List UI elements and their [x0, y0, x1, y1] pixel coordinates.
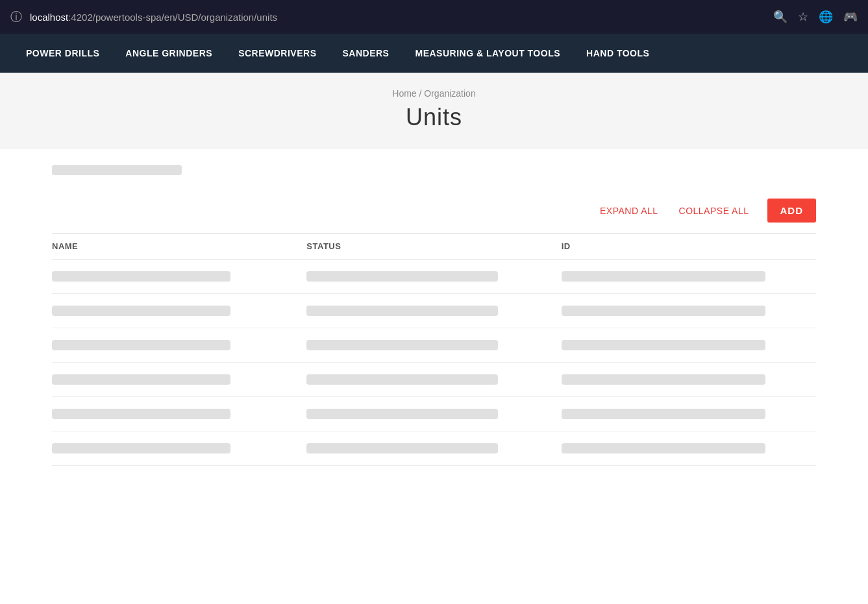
breadcrumb: Home / Organization [0, 88, 868, 99]
col-header-status: STATUS [306, 241, 561, 251]
collapse-all-button[interactable]: COLLAPSE ALL [676, 200, 752, 221]
skeleton-status [306, 443, 497, 453]
browser-icons: 🔍 ☆ 🌐 🎮 [773, 10, 858, 24]
filter-skeleton [52, 165, 182, 175]
add-button[interactable]: ADD [767, 199, 817, 223]
table-rows [52, 260, 816, 466]
table-row [52, 363, 816, 397]
skeleton-status [306, 374, 497, 385]
skeleton-name [52, 443, 230, 453]
breadcrumb-home[interactable]: Home [392, 88, 416, 99]
skeleton-name [52, 409, 230, 419]
nav-item-power-drills[interactable]: POWER DRILLS [26, 48, 99, 58]
skeleton-id [562, 409, 765, 419]
extension-icon-1: 🌐 [819, 10, 833, 24]
skeleton-status [306, 271, 497, 282]
nav-item-screwdrivers[interactable]: SCREWDRIVERS [238, 48, 316, 58]
nav-item-angle-grinders[interactable]: ANGLE GRINDERS [125, 48, 212, 58]
col-header-id: ID [562, 241, 816, 251]
table-row [52, 397, 816, 431]
skeleton-id [562, 340, 765, 350]
skeleton-status [306, 409, 497, 419]
page-header: Home / Organization Units [0, 73, 868, 149]
nav-item-measuring[interactable]: MEASURING & LAYOUT TOOLS [415, 48, 560, 58]
table-row [52, 260, 816, 294]
table-row [52, 328, 816, 363]
navigation-bar: POWER DRILLS ANGLE GRINDERS SCREWDRIVERS… [0, 34, 868, 73]
expand-all-button[interactable]: EXPAND ALL [597, 200, 661, 221]
skeleton-status [306, 306, 497, 316]
browser-url: localhost:4202/powertools-spa/en/USD/org… [30, 12, 765, 23]
extension-icon-2: 🎮 [843, 10, 858, 24]
skeleton-name [52, 374, 230, 385]
main-content: EXPAND ALL COLLAPSE ALL ADD NAME STATUS … [0, 149, 868, 481]
toolbar: EXPAND ALL COLLAPSE ALL ADD [52, 188, 816, 234]
skeleton-name [52, 306, 230, 316]
filter-area [52, 165, 816, 175]
skeleton-id [562, 443, 765, 453]
skeleton-id [562, 306, 765, 316]
table-row [52, 294, 816, 328]
skeleton-id [562, 271, 765, 282]
bookmark-icon[interactable]: ☆ [798, 10, 808, 24]
skeleton-name [52, 340, 230, 350]
browser-bar: ⓘ localhost:4202/powertools-spa/en/USD/o… [0, 0, 868, 34]
skeleton-status [306, 340, 497, 350]
page-title: Units [0, 104, 868, 131]
search-icon[interactable]: 🔍 [773, 10, 787, 24]
table-row [52, 431, 816, 466]
skeleton-name [52, 271, 230, 282]
table-header: NAME STATUS ID [52, 234, 816, 260]
nav-item-sanders[interactable]: SANDERS [343, 48, 390, 58]
info-icon: ⓘ [10, 9, 22, 25]
breadcrumb-current: Organization [424, 88, 475, 99]
skeleton-id [562, 374, 765, 385]
nav-item-hand-tools[interactable]: HAND TOOLS [586, 48, 649, 58]
col-header-name: NAME [52, 241, 306, 251]
